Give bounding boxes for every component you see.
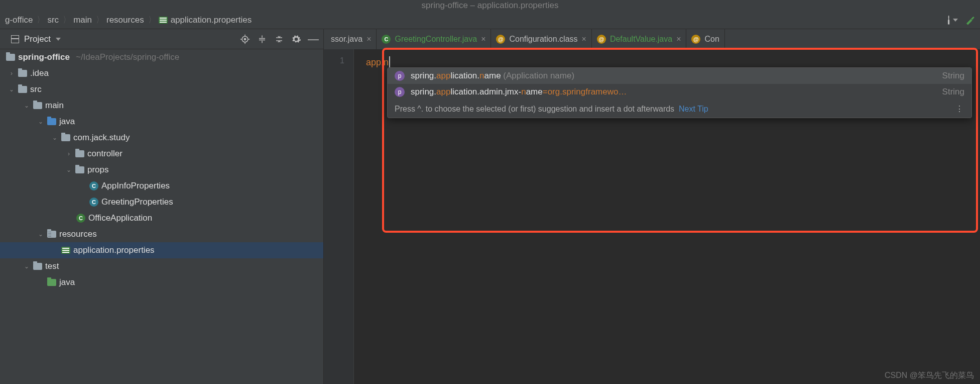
chevron-down-icon: ⌄ — [51, 134, 58, 141]
chevron-right-icon: › — [8, 70, 15, 77]
class-icon: C — [89, 181, 98, 190]
annotation-file-icon: @ — [691, 35, 700, 44]
sidebar-title[interactable]: Project — [24, 34, 51, 44]
chevron-down-icon: ⌄ — [23, 263, 30, 270]
code-line: app.n — [366, 57, 389, 67]
chevron-right-icon: › — [65, 150, 72, 157]
main-class-icon: C — [76, 214, 85, 223]
editor-tab[interactable]: @Con — [686, 29, 724, 49]
window-title: spring-office – application.properties — [0, 0, 980, 11]
tree-item-class[interactable]: CAppInfoProperties — [0, 178, 323, 194]
chevron-down-icon: ⌄ — [8, 86, 15, 93]
breadcrumb-item[interactable]: application.properties — [159, 15, 252, 25]
breadcrumb-item[interactable]: main — [73, 15, 92, 25]
minimize-icon[interactable]: — — [308, 34, 318, 44]
completion-hint: Press ^. to choose the selected (or firs… — [395, 105, 708, 114]
class-file-icon: C — [382, 35, 391, 44]
folder-icon — [6, 54, 15, 61]
sidebar-header: Project — — [0, 29, 323, 49]
chevron-down-icon: ⌄ — [37, 118, 44, 125]
editor-body[interactable]: 1 app.n p spring.application.name (Appli… — [324, 49, 980, 384]
annotation-file-icon: @ — [496, 35, 505, 44]
chevron-right-icon: 〉 — [63, 14, 69, 26]
resources-folder-icon — [47, 231, 56, 238]
chevron-down-icon: ⌄ — [65, 166, 72, 173]
property-icon: p — [395, 71, 405, 81]
folder-icon — [33, 263, 42, 270]
editor-tab[interactable]: @Configuration.class× — [491, 29, 591, 49]
build-icon[interactable] — [965, 15, 975, 25]
completion-item[interactable]: p spring.application.admin.jmx-name=org.… — [388, 84, 971, 100]
completion-type: String — [942, 87, 964, 97]
completion-text: spring.application.name (Application nam… — [411, 71, 936, 81]
tree-item-controller[interactable]: ›controller — [0, 146, 323, 162]
settings-icon[interactable] — [291, 34, 301, 44]
tree-item-main[interactable]: ⌄main — [0, 98, 323, 114]
breadcrumb-item[interactable]: g-office — [5, 15, 33, 25]
code-area[interactable]: app.n p spring.application.name (Applica… — [354, 49, 980, 384]
folder-icon — [18, 86, 27, 93]
next-tip-link[interactable]: Next Tip — [679, 105, 708, 113]
annotation-file-icon: @ — [597, 35, 606, 44]
editor-area: ssor.java× CGreetingController.java× @Co… — [324, 29, 980, 384]
users-icon[interactable] — [948, 15, 958, 25]
tree-item-java[interactable]: ⌄java — [0, 114, 323, 130]
completion-text: spring.application.admin.jmx-name=org.sp… — [411, 87, 936, 97]
tree-item-idea[interactable]: ›.idea — [0, 65, 323, 81]
completion-item[interactable]: p spring.application.name (Application n… — [388, 68, 971, 84]
project-tree: spring-office~/IdeaProjects/spring-offic… — [0, 49, 323, 384]
tree-root[interactable]: spring-office~/IdeaProjects/spring-offic… — [0, 49, 323, 65]
expand-all-icon[interactable] — [257, 34, 267, 44]
tree-item-class[interactable]: CGreetingProperties — [0, 194, 323, 210]
project-view-icon — [11, 35, 19, 43]
tree-item-src[interactable]: ⌄src — [0, 81, 323, 98]
close-icon[interactable]: × — [676, 35, 681, 44]
close-icon[interactable]: × — [366, 35, 371, 44]
tree-item-package[interactable]: ⌄com.jack.study — [0, 130, 323, 146]
completion-footer: Press ^. to choose the selected (or firs… — [388, 100, 971, 118]
property-icon: p — [395, 87, 405, 97]
watermark: CSDN @笨鸟先飞的菜鸟 — [885, 370, 974, 381]
properties-file-icon — [159, 17, 168, 24]
breadcrumbs: g-office 〉 src 〉 main 〉 resources 〉 appl… — [5, 14, 252, 26]
dropdown-caret-icon[interactable] — [56, 38, 61, 41]
class-icon: C — [89, 198, 98, 207]
editor-tab[interactable]: @DefaultValue.java× — [592, 29, 687, 49]
breadcrumb-item[interactable]: resources — [106, 15, 144, 25]
tree-item-class[interactable]: COfficeApplication — [0, 210, 323, 226]
close-icon[interactable]: × — [582, 35, 586, 44]
locate-icon[interactable] — [240, 34, 250, 44]
completion-popup: p spring.application.name (Application n… — [387, 67, 972, 118]
test-folder-icon — [47, 279, 56, 286]
chevron-down-icon: ⌄ — [23, 102, 30, 109]
project-sidebar: Project — spring-office~/IdeaProjects/sp… — [0, 29, 324, 384]
tree-item-test-java[interactable]: java — [0, 274, 323, 291]
tree-item-appprops[interactable]: application.properties — [0, 242, 323, 258]
chevron-down-icon: ⌄ — [37, 231, 44, 238]
collapse-all-icon[interactable] — [274, 34, 284, 44]
breadcrumb-item[interactable]: src — [47, 15, 59, 25]
folder-icon — [18, 70, 27, 77]
folder-icon — [33, 102, 42, 109]
svg-point-1 — [244, 38, 246, 40]
tree-item-test[interactable]: ⌄test — [0, 258, 323, 274]
close-icon[interactable]: × — [481, 35, 485, 44]
chevron-right-icon: 〉 — [148, 14, 154, 26]
package-icon — [75, 166, 84, 173]
properties-file-icon — [61, 247, 70, 254]
chevron-right-icon: 〉 — [96, 14, 102, 26]
completion-type: String — [942, 71, 964, 81]
chevron-right-icon: 〉 — [37, 14, 43, 26]
text-cursor — [389, 56, 390, 67]
tree-item-props[interactable]: ⌄props — [0, 162, 323, 178]
editor-tabs: ssor.java× CGreetingController.java× @Co… — [324, 29, 980, 49]
source-folder-icon — [47, 118, 56, 125]
editor-tab[interactable]: CGreetingController.java× — [377, 29, 491, 49]
editor-gutter: 1 — [324, 49, 354, 384]
package-icon — [61, 134, 70, 141]
more-icon[interactable]: ⋮ — [955, 104, 964, 114]
tree-item-resources[interactable]: ⌄resources — [0, 226, 323, 242]
editor-tab[interactable]: ssor.java× — [326, 29, 377, 49]
package-icon — [75, 150, 84, 157]
breadcrumb-bar: g-office 〉 src 〉 main 〉 resources 〉 appl… — [0, 11, 980, 29]
